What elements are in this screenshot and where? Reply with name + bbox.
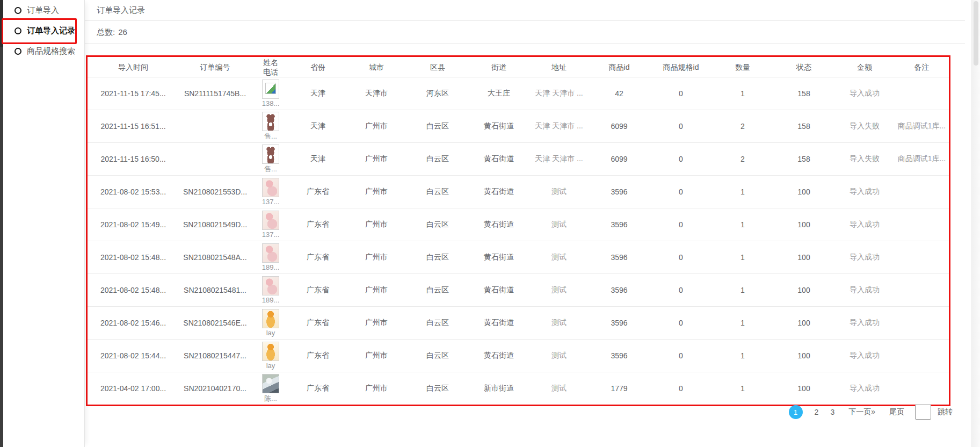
cell-name_phone: 售...	[251, 110, 290, 143]
cell-product_id: 3596	[589, 176, 650, 208]
customer-name: 138...	[258, 99, 284, 107]
cell-remark	[895, 77, 949, 110]
cell-amount: 导入成功	[834, 77, 895, 110]
cell-address: 天津 天津市 ...	[529, 143, 589, 176]
cell-district: 白云区	[407, 372, 468, 405]
cell-province: 广东省	[290, 241, 346, 274]
total-label: 总数:	[97, 27, 115, 37]
cell-product_id: 3596	[589, 208, 650, 241]
cell-order_no	[179, 143, 251, 176]
cell-remark	[895, 274, 949, 307]
cell-order_no: SN2108021553D...	[179, 176, 251, 208]
cell-spec_id: 0	[650, 274, 712, 307]
cell-spec_id: 0	[650, 176, 712, 208]
cell-status: 100	[773, 340, 834, 372]
column-header: 地址	[529, 57, 589, 77]
cell-province: 天津	[290, 110, 346, 143]
cell-quantity: 2	[712, 110, 773, 143]
cell-province: 天津	[290, 77, 346, 110]
cell-import_time: 2021-11-15 17:45...	[88, 77, 179, 110]
cell-street: 黄石街道	[468, 274, 529, 307]
table-row: 2021-08-02 15:44...SN21080215447...lay广东…	[88, 340, 949, 372]
cell-address: 天津 天津市 ...	[529, 77, 589, 110]
cell-amount: 导入成功	[834, 241, 895, 274]
cell-remark	[895, 307, 949, 340]
column-header: 数量	[712, 57, 773, 77]
cell-name_phone: 189...	[251, 241, 290, 274]
vertical-scrollbar[interactable]	[971, 0, 980, 447]
last-page-button[interactable]: 尾页	[889, 407, 904, 417]
cell-quantity: 1	[712, 176, 773, 208]
cell-remark: 商品调试1库...	[895, 143, 949, 176]
column-header: 街道	[468, 57, 529, 77]
cell-address: 测试	[529, 372, 589, 405]
circle-icon	[14, 7, 21, 14]
next-page-button[interactable]: 下一页»	[848, 407, 875, 417]
column-header: 金额	[834, 57, 895, 77]
customer-name: 137...	[258, 198, 284, 206]
cell-name_phone: 138...	[251, 77, 290, 110]
scrollbar-thumb[interactable]	[974, 1, 978, 66]
customer-name: 陈...	[258, 394, 284, 403]
cell-status: 100	[773, 372, 834, 405]
table-row: 2021-08-02 15:49...SN2108021549D...137..…	[88, 208, 949, 241]
cell-spec_id: 0	[650, 340, 712, 372]
table-row: 2021-08-02 15:48...SN21080215481...189..…	[88, 274, 949, 307]
column-header: 订单编号	[179, 57, 251, 77]
cell-remark	[895, 372, 949, 405]
sidebar-item-label: 订单导入记录	[27, 26, 75, 36]
cell-product_id: 3596	[589, 274, 650, 307]
cell-order_no: SN2111151745B...	[179, 77, 251, 110]
avatar-image	[262, 145, 279, 164]
cell-province: 广东省	[290, 274, 346, 307]
cell-order_no: SN2108021546E...	[179, 307, 251, 340]
cell-street: 黄石街道	[468, 307, 529, 340]
cell-import_time: 2021-11-15 16:50...	[88, 143, 179, 176]
column-header: 城市	[346, 57, 407, 77]
page-button-1[interactable]: 1	[789, 405, 803, 419]
cell-order_no: SN20210402170...	[179, 372, 251, 405]
cell-status: 100	[773, 241, 834, 274]
cell-address: 测试	[529, 176, 589, 208]
table-row: 2021-11-15 16:51...售...天津广州市白云区黄石街道天津 天津…	[88, 110, 949, 143]
cell-status: 100	[773, 274, 834, 307]
sidebar-item[interactable]: 订单导入记录	[3, 20, 84, 41]
cell-spec_id: 0	[650, 77, 712, 110]
cell-remark	[895, 241, 949, 274]
table-row: 2021-11-15 17:45...SN2111151745B...138..…	[88, 77, 949, 110]
annotation-box-table: 导入时间订单编号姓名电话省份城市区县街道地址商品id商品规格id数量状态金额备注…	[86, 55, 950, 406]
page-button-3[interactable]: 3	[830, 408, 834, 416]
cell-district: 白云区	[407, 208, 468, 241]
cell-amount: 导入失败	[834, 143, 895, 176]
avatar-image	[262, 80, 279, 99]
cell-province: 天津	[290, 143, 346, 176]
cell-district: 白云区	[407, 143, 468, 176]
customer-name: 售...	[258, 164, 284, 174]
sidebar-item[interactable]: 订单导入	[3, 0, 84, 20]
cell-street: 黄石街道	[468, 176, 529, 208]
sidebar-item[interactable]: 商品规格搜索	[3, 41, 84, 61]
customer-name: lay	[258, 362, 284, 370]
cell-status: 100	[773, 208, 834, 241]
page-button-2[interactable]: 2	[815, 408, 819, 416]
table-row: 2021-08-02 15:46...SN2108021546E...lay广东…	[88, 307, 949, 340]
cell-street: 黄石街道	[468, 143, 529, 176]
cell-name_phone: lay	[251, 307, 290, 340]
cell-remark: 商品调试1库...	[895, 110, 949, 143]
cell-district: 白云区	[407, 274, 468, 307]
cell-import_time: 2021-08-02 15:44...	[88, 340, 179, 372]
cell-spec_id: 0	[650, 372, 712, 405]
avatar-image	[262, 309, 279, 328]
cell-import_time: 2021-08-02 15:49...	[88, 208, 179, 241]
cell-status: 158	[773, 110, 834, 143]
cell-import_time: 2021-04-02 17:00...	[88, 372, 179, 405]
cell-remark	[895, 340, 949, 372]
column-header: 商品规格id	[650, 57, 712, 77]
cell-city: 广州市	[346, 274, 407, 307]
cell-name_phone: 137...	[251, 208, 290, 241]
jump-button[interactable]: 跳转	[938, 407, 953, 417]
table-row: 2021-08-02 15:53...SN2108021553D...137..…	[88, 176, 949, 208]
jump-page-input[interactable]	[915, 405, 931, 420]
cell-city: 广州市	[346, 110, 407, 143]
cell-street: 大王庄	[468, 77, 529, 110]
